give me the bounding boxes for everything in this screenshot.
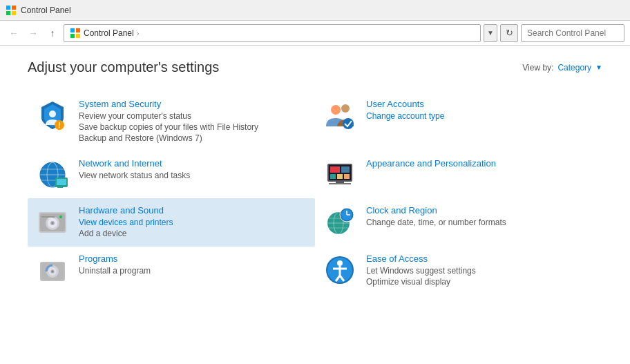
programs-content: Programs Uninstall a program	[79, 253, 151, 277]
network-content: Network and Internet View network status…	[79, 158, 190, 182]
ease-of-access-content: Ease of Access Let Windows suggest setti…	[366, 253, 476, 288]
svg-point-12	[341, 104, 350, 113]
hardware-title[interactable]: Hardware and Sound	[79, 205, 173, 215]
breadcrumb-label: Control Panel	[84, 28, 134, 38]
categories-grid: ! System and Security Review your comput…	[28, 92, 602, 295]
back-button[interactable]: ←	[6, 25, 22, 41]
svg-point-57	[337, 260, 343, 266]
category-user-accounts[interactable]: User Accounts Change account type	[315, 92, 602, 151]
programs-icon	[36, 253, 69, 287]
category-network[interactable]: Network and Internet View network status…	[28, 151, 315, 198]
control-panel-icon	[6, 5, 17, 16]
svg-rect-29	[344, 174, 350, 179]
category-appearance[interactable]: Appearance and Personalization	[315, 151, 602, 198]
svg-rect-4	[70, 28, 75, 32]
view-by-label: View by:	[522, 63, 553, 73]
category-programs[interactable]: Programs Uninstall a program	[28, 247, 315, 295]
user-accounts-content: User Accounts Change account type	[366, 99, 444, 122]
system-security-icon: !	[36, 99, 69, 132]
svg-rect-0	[6, 6, 10, 10]
svg-point-39	[59, 215, 62, 218]
network-icon	[36, 158, 69, 191]
svg-rect-7	[76, 34, 80, 38]
hardware-icon	[36, 205, 69, 238]
svg-point-54	[52, 271, 54, 273]
ease-of-access-icon	[323, 253, 356, 287]
svg-rect-5	[76, 28, 80, 32]
search-input[interactable]	[521, 24, 624, 42]
appearance-title[interactable]: Appearance and Personalization	[366, 158, 496, 169]
programs-link-1[interactable]: Uninstall a program	[79, 266, 151, 276]
network-title[interactable]: Network and Internet	[79, 158, 190, 169]
category-hardware[interactable]: Hardware and Sound View devices and prin…	[28, 198, 315, 247]
svg-rect-3	[12, 11, 16, 15]
svg-rect-38	[41, 216, 55, 218]
ease-of-access-link-2[interactable]: Optimize visual display	[366, 277, 476, 287]
svg-rect-26	[341, 166, 350, 173]
up-button[interactable]: ↑	[44, 25, 61, 41]
network-link-1[interactable]: View network status and tasks	[79, 171, 190, 180]
title-bar-text: Control Panel	[21, 6, 71, 15]
address-bar: ← → ↑ Control Panel › ▼ ↻	[0, 21, 630, 46]
svg-rect-28	[337, 174, 343, 179]
address-field[interactable]: Control Panel ›	[64, 24, 481, 42]
view-by-value[interactable]: Category	[557, 63, 591, 73]
category-ease-of-access[interactable]: Ease of Access Let Windows suggest setti…	[315, 247, 602, 295]
view-by-arrow-icon[interactable]: ▼	[595, 64, 602, 71]
system-security-link-3[interactable]: Backup and Restore (Windows 7)	[79, 133, 258, 143]
svg-text:!: !	[58, 122, 60, 129]
hardware-link-1[interactable]: View devices and printers	[79, 218, 173, 227]
address-right-controls: ▼ ↻	[484, 24, 518, 42]
programs-title[interactable]: Programs	[79, 253, 151, 264]
view-by-control: View by: Category ▼	[522, 63, 602, 73]
ease-of-access-link-1[interactable]: Let Windows suggest settings	[366, 266, 476, 276]
svg-rect-6	[70, 34, 75, 38]
svg-rect-22	[57, 187, 63, 188]
svg-point-13	[343, 118, 354, 129]
address-dropdown-button[interactable]: ▼	[484, 24, 497, 42]
svg-point-11	[331, 105, 341, 115]
system-security-link-2[interactable]: Save backup copies of your files with Fi…	[79, 122, 258, 132]
refresh-button[interactable]: ↻	[500, 24, 518, 42]
user-accounts-link-1[interactable]: Change account type	[366, 111, 444, 121]
breadcrumb-separator: ›	[137, 29, 140, 37]
system-security-content: System and Security Review your computer…	[79, 99, 258, 144]
user-accounts-icon	[323, 99, 356, 132]
main-content: Adjust your computer's settings View by:…	[0, 46, 630, 309]
appearance-icon	[323, 158, 356, 191]
hardware-link-2[interactable]: Add a device	[79, 229, 173, 238]
clock-icon	[323, 205, 356, 238]
system-security-link-1[interactable]: Review your computer's status	[79, 111, 258, 121]
clock-link-1[interactable]: Change date, time, or number formats	[366, 218, 506, 227]
svg-rect-20	[57, 179, 66, 185]
page-header: Adjust your computer's settings View by:…	[28, 59, 602, 75]
svg-rect-1	[12, 6, 16, 10]
breadcrumb-cp-icon	[70, 28, 81, 39]
svg-rect-25	[330, 166, 340, 173]
user-accounts-title[interactable]: User Accounts	[366, 99, 444, 109]
system-security-title[interactable]: System and Security	[79, 99, 258, 109]
address-breadcrumb: Control Panel ›	[70, 28, 139, 39]
page-title: Adjust your computer's settings	[28, 59, 219, 75]
svg-rect-31	[329, 183, 351, 184]
appearance-content: Appearance and Personalization	[366, 158, 496, 171]
svg-point-8	[49, 111, 56, 117]
category-system-security[interactable]: ! System and Security Review your comput…	[28, 92, 315, 151]
svg-rect-2	[6, 11, 10, 15]
hardware-content: Hardware and Sound View devices and prin…	[79, 205, 173, 240]
forward-button[interactable]: →	[25, 25, 41, 41]
category-clock[interactable]: Clock and Region Change date, time, or n…	[315, 198, 602, 247]
svg-rect-27	[330, 174, 336, 179]
title-bar: Control Panel	[0, 0, 630, 21]
svg-point-37	[52, 222, 54, 224]
clock-content: Clock and Region Change date, time, or n…	[366, 205, 506, 229]
clock-title[interactable]: Clock and Region	[366, 205, 506, 215]
ease-of-access-title[interactable]: Ease of Access	[366, 253, 476, 264]
